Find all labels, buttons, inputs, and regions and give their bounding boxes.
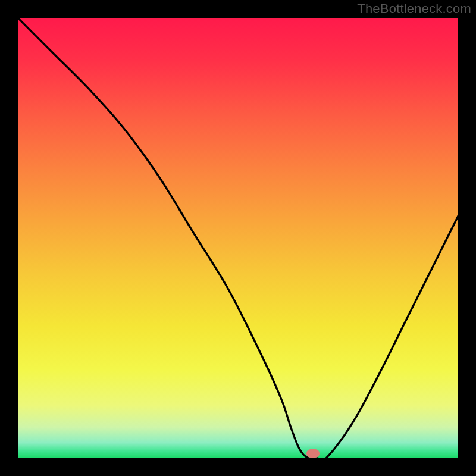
curve-path <box>18 18 458 458</box>
bottleneck-curve <box>18 18 458 458</box>
watermark-text: TheBottleneck.com <box>357 1 471 17</box>
optimal-marker <box>306 449 320 458</box>
plot-area <box>18 18 458 458</box>
chart-frame: TheBottleneck.com <box>0 0 476 476</box>
